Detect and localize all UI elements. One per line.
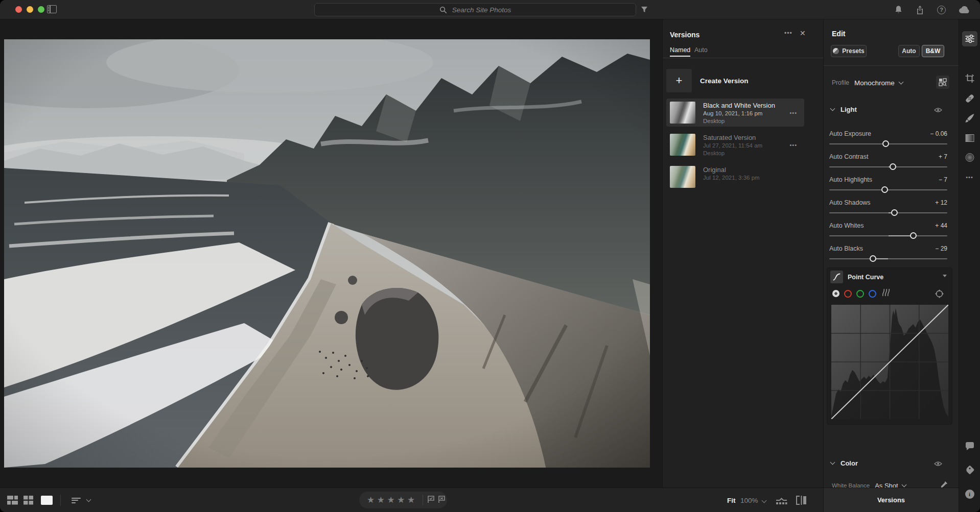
versions-panel-title: Versions bbox=[670, 31, 699, 39]
light-section-header[interactable]: Light bbox=[831, 105, 951, 114]
reject-flag-icon[interactable] bbox=[438, 496, 446, 505]
presets-button[interactable]: Presets bbox=[831, 45, 867, 57]
bw-coastal-photo bbox=[4, 39, 650, 468]
white-balance-dropdown[interactable]: As Shot bbox=[875, 482, 898, 488]
slider-track[interactable] bbox=[829, 166, 947, 167]
profile-row: Profile Monochrome bbox=[832, 77, 951, 89]
channel-blue-button[interactable] bbox=[869, 290, 876, 298]
eye-icon[interactable] bbox=[934, 106, 942, 115]
slider-track[interactable] bbox=[829, 189, 947, 190]
version-row-original[interactable]: Original Jul 12, 2021, 3:36 pm bbox=[666, 163, 804, 191]
profile-browse-icon[interactable] bbox=[936, 76, 949, 89]
photo-grid-view-icon[interactable] bbox=[7, 488, 18, 512]
version-row-black-and-white[interactable]: Black and White Version Aug 10, 2021, 1:… bbox=[666, 99, 804, 127]
parametric-curve-icon[interactable] bbox=[881, 288, 890, 299]
eye-icon[interactable] bbox=[934, 459, 942, 469]
targeted-adjustment-icon[interactable] bbox=[935, 289, 944, 300]
radial-gradient-tool-icon[interactable] bbox=[965, 153, 974, 162]
zoom-level-value[interactable]: 100% bbox=[740, 488, 758, 512]
versions-menu-icon[interactable]: ••• bbox=[784, 30, 792, 37]
version-row-saturated[interactable]: Saturated Version Jul 27, 2021, 11:54 am… bbox=[666, 131, 804, 159]
color-section-header[interactable]: Color bbox=[831, 458, 951, 468]
search-input[interactable]: Search Site Photos bbox=[314, 3, 636, 16]
sidebar-toggle-icon[interactable] bbox=[47, 5, 57, 13]
star-icon[interactable]: ★ bbox=[367, 495, 375, 505]
auto-button[interactable]: Auto bbox=[898, 45, 920, 57]
comments-icon[interactable] bbox=[966, 442, 974, 448]
edit-tool-button[interactable] bbox=[962, 31, 977, 46]
color-section-title: Color bbox=[841, 459, 858, 467]
slider-value: − 29 bbox=[935, 245, 947, 252]
zoom-chevron-icon[interactable] bbox=[762, 498, 767, 503]
detail-view-icon[interactable] bbox=[41, 488, 53, 512]
slider-thumb[interactable] bbox=[910, 232, 917, 239]
keywords-tag-icon[interactable] bbox=[966, 467, 973, 473]
crop-tool-icon[interactable] bbox=[965, 74, 974, 83]
close-window-button[interactable] bbox=[15, 6, 22, 13]
star-rating[interactable]: ★★★★★ bbox=[367, 492, 415, 508]
slider-label: Auto Shadows bbox=[829, 199, 871, 206]
version-more-icon[interactable]: ••• bbox=[789, 142, 797, 148]
slider-thumb[interactable] bbox=[882, 140, 889, 147]
eyedropper-icon[interactable] bbox=[940, 480, 948, 487]
share-icon[interactable] bbox=[916, 5, 924, 15]
tabs-divider bbox=[663, 58, 823, 58]
filter-icon[interactable] bbox=[640, 6, 648, 15]
help-icon[interactable]: ? bbox=[937, 6, 946, 14]
slider-track[interactable] bbox=[829, 258, 947, 259]
slider-thumb[interactable] bbox=[881, 186, 888, 193]
chevron-down-icon[interactable] bbox=[901, 482, 906, 487]
light-section-title: Light bbox=[841, 106, 857, 113]
star-icon[interactable]: ★ bbox=[387, 495, 395, 505]
version-date: Jul 27, 2021, 11:54 am bbox=[703, 142, 762, 149]
slider-value: + 12 bbox=[935, 199, 947, 206]
slider-track[interactable] bbox=[829, 143, 947, 144]
slider-track[interactable] bbox=[829, 235, 947, 236]
slider-label: Auto Whites bbox=[829, 222, 864, 229]
square-grid-view-icon[interactable] bbox=[24, 488, 33, 512]
filmstrip-toggle-icon[interactable] bbox=[776, 488, 787, 512]
star-icon[interactable]: ★ bbox=[377, 495, 385, 505]
zoom-fit-button[interactable]: Fit bbox=[727, 488, 736, 512]
info-icon[interactable]: i bbox=[965, 490, 974, 499]
sort-chevron-icon[interactable] bbox=[87, 488, 90, 512]
slider-track[interactable] bbox=[829, 212, 947, 213]
notifications-bell-icon[interactable] bbox=[894, 5, 903, 14]
profile-value-dropdown[interactable]: Monochrome bbox=[854, 79, 895, 87]
more-tools-icon[interactable]: ••• bbox=[966, 174, 973, 180]
channel-green-button[interactable] bbox=[856, 290, 864, 298]
app-window: Search Site Photos ? bbox=[0, 0, 980, 512]
create-version-button[interactable]: + Create Version bbox=[666, 68, 804, 93]
slider-thumb[interactable] bbox=[890, 163, 896, 170]
cloud-sync-icon[interactable] bbox=[959, 6, 970, 14]
window-controls bbox=[15, 6, 44, 13]
bw-button[interactable]: B&W bbox=[922, 45, 944, 57]
maximize-window-button[interactable] bbox=[38, 6, 44, 13]
search-placeholder: Search Site Photos bbox=[452, 6, 511, 14]
linear-gradient-tool-icon[interactable] bbox=[965, 134, 974, 142]
slider-label: Auto Blacks bbox=[829, 245, 863, 252]
versions-close-icon[interactable]: ✕ bbox=[800, 29, 806, 37]
brush-tool-icon[interactable] bbox=[965, 113, 974, 123]
chevron-down-icon[interactable] bbox=[943, 275, 947, 277]
versions-footer-button[interactable]: Versions bbox=[823, 487, 959, 512]
slider-thumb[interactable] bbox=[870, 255, 876, 262]
channel-luminance-button[interactable] bbox=[832, 290, 839, 297]
chevron-down-icon[interactable] bbox=[898, 79, 903, 84]
tab-named[interactable]: Named bbox=[670, 46, 690, 54]
before-after-view-icon[interactable] bbox=[796, 488, 806, 512]
photo bbox=[4, 39, 650, 468]
tab-auto[interactable]: Auto bbox=[694, 46, 708, 54]
healing-brush-icon[interactable] bbox=[965, 93, 975, 104]
star-icon[interactable]: ★ bbox=[407, 495, 415, 505]
curve-icon[interactable] bbox=[830, 271, 843, 283]
slider-thumb[interactable] bbox=[891, 209, 898, 216]
pick-flag-icon[interactable] bbox=[427, 496, 435, 505]
star-icon[interactable]: ★ bbox=[397, 495, 405, 505]
channel-red-button[interactable] bbox=[844, 290, 852, 298]
sort-icon[interactable] bbox=[72, 488, 81, 512]
version-thumbnail bbox=[670, 134, 695, 156]
tone-curve-editor[interactable] bbox=[831, 305, 948, 419]
version-more-icon[interactable]: ••• bbox=[789, 110, 797, 116]
minimize-window-button[interactable] bbox=[27, 6, 33, 13]
